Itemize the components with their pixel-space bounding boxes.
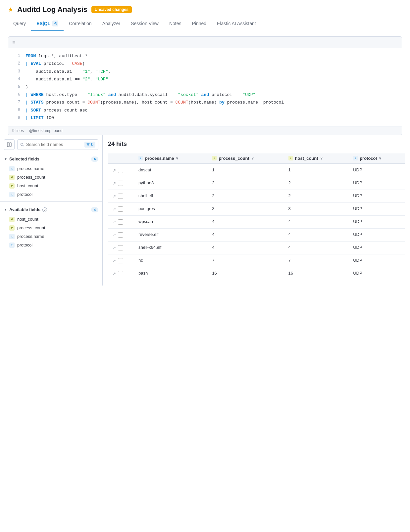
cell-process-count: 4 bbox=[208, 215, 284, 228]
app-title: Auditd Log Analysis bbox=[17, 5, 87, 14]
row-actions-cell: ↗ bbox=[108, 228, 134, 241]
cell-process-count: 7 bbox=[208, 254, 284, 267]
filter-badge[interactable]: 0 bbox=[84, 142, 95, 148]
selected-fields-header[interactable]: ▼ Selected fields 4 bbox=[0, 154, 102, 164]
tab-query[interactable]: Query bbox=[8, 17, 31, 31]
available-field-item[interactable]: t process.name bbox=[0, 232, 102, 241]
line-count-label: 9 lines bbox=[12, 128, 24, 133]
cell-protocol: UDP bbox=[349, 177, 405, 190]
cell-host-count: 1 bbox=[284, 164, 349, 177]
table-header-row: t process.name ∨ # process_count ∨ bbox=[108, 153, 405, 164]
expand-row-button[interactable]: ↗ bbox=[112, 219, 117, 225]
cell-process-name: shell-x64.elf bbox=[134, 241, 208, 254]
code-line-1: 1 FROM logs-*, auditbeat-* bbox=[8, 52, 402, 60]
tab-esql[interactable]: ES|QL ⚗ bbox=[31, 17, 64, 31]
expand-row-button[interactable]: ↗ bbox=[112, 258, 117, 264]
cell-host-count: 7 bbox=[284, 254, 349, 267]
available-field-name: host_count bbox=[17, 217, 38, 222]
col-protocol[interactable]: t protocol ∨ bbox=[349, 153, 405, 164]
available-chevron-icon: ▼ bbox=[4, 208, 7, 211]
row-actions-cell: ↗ bbox=[108, 190, 134, 202]
table-row: ↗ dnscat 1 1 UDP bbox=[108, 164, 405, 177]
cell-process-name: reverse.elf bbox=[134, 228, 208, 241]
row-actions-cell: ↗ bbox=[108, 177, 134, 190]
expand-row-button[interactable]: ↗ bbox=[112, 271, 117, 277]
expand-row-button[interactable]: ↗ bbox=[112, 180, 117, 186]
app-header: ★ Auditd Log Analysis Unsaved changes bbox=[0, 0, 410, 14]
code-line-9: 9 | LIMIT 100 bbox=[8, 114, 402, 122]
timestamp-label: @timestamp found bbox=[29, 128, 63, 133]
cell-protocol: UDP bbox=[349, 190, 405, 202]
unsaved-badge: Unsaved changes bbox=[91, 6, 132, 13]
expand-row-button[interactable]: ↗ bbox=[112, 206, 117, 212]
sort-icon[interactable]: ∨ bbox=[379, 156, 381, 160]
available-field-item[interactable]: t protocol bbox=[0, 241, 102, 249]
available-fields-header[interactable]: ▼ Available fields ? 4 bbox=[0, 204, 102, 215]
row-checkbox[interactable] bbox=[118, 232, 123, 238]
cell-host-count: 4 bbox=[284, 228, 349, 241]
table-row: ↗ shell.elf 2 2 UDP bbox=[108, 190, 405, 202]
results-table: t process.name ∨ # process_count ∨ bbox=[108, 153, 405, 280]
row-checkbox[interactable] bbox=[118, 219, 123, 225]
field-name: protocol bbox=[17, 192, 32, 197]
row-actions-cell: ↗ bbox=[108, 241, 134, 254]
available-field-item[interactable]: # host_count bbox=[0, 215, 102, 224]
row-actions-cell: ↗ bbox=[108, 254, 134, 267]
star-icon[interactable]: ★ bbox=[8, 6, 13, 13]
expand-row-button[interactable]: ↗ bbox=[112, 245, 117, 251]
tab-session-view[interactable]: Session View bbox=[126, 17, 164, 31]
cell-protocol: UDP bbox=[349, 164, 405, 177]
help-icon[interactable]: ? bbox=[42, 207, 47, 212]
row-checkbox[interactable] bbox=[118, 168, 123, 173]
search-box[interactable]: 0 bbox=[17, 139, 98, 150]
col-process-name[interactable]: t process.name ∨ bbox=[134, 153, 208, 164]
row-actions-cell: ↗ bbox=[108, 164, 134, 177]
col-header-label: process_count bbox=[219, 156, 249, 161]
cell-host-count: 2 bbox=[284, 177, 349, 190]
field-type-t-icon: t bbox=[9, 243, 15, 248]
row-checkbox[interactable] bbox=[118, 245, 123, 250]
tab-bar: Query ES|QL ⚗ Correlation Analyzer Sessi… bbox=[0, 17, 410, 31]
row-checkbox[interactable] bbox=[118, 206, 123, 212]
available-field-name: process_count bbox=[17, 225, 45, 230]
field-item[interactable]: t protocol bbox=[0, 190, 102, 199]
svg-rect-1 bbox=[10, 143, 11, 147]
row-checkbox[interactable] bbox=[118, 271, 123, 276]
cell-process-count: 2 bbox=[208, 177, 284, 190]
code-line-2: 2 | EVAL protocol = CASE( bbox=[8, 60, 402, 67]
col-process-count[interactable]: # process_count ∨ bbox=[208, 153, 284, 164]
tab-pinned[interactable]: Pinned bbox=[187, 17, 212, 31]
field-toggle-button[interactable] bbox=[4, 139, 15, 150]
sort-icon[interactable]: ∨ bbox=[176, 156, 178, 160]
available-field-item[interactable]: # process_count bbox=[0, 224, 102, 232]
sort-icon[interactable]: ∨ bbox=[320, 156, 323, 160]
field-item[interactable]: # process_count bbox=[0, 173, 102, 182]
expand-row-button[interactable]: ↗ bbox=[112, 193, 117, 199]
col-header-label: protocol bbox=[360, 156, 377, 161]
row-checkbox[interactable] bbox=[118, 258, 123, 263]
table-row: ↗ reverse.elf 4 4 UDP bbox=[108, 228, 405, 241]
field-item[interactable]: t process.name bbox=[0, 164, 102, 173]
expand-row-button[interactable]: ↗ bbox=[112, 232, 117, 238]
cell-protocol: UDP bbox=[349, 254, 405, 267]
cell-process-count: 16 bbox=[208, 267, 284, 280]
tab-notes[interactable]: Notes bbox=[164, 17, 187, 31]
search-input[interactable] bbox=[26, 142, 82, 147]
tab-elastic-ai[interactable]: Elastic AI Assistant bbox=[212, 17, 261, 31]
cell-protocol: UDP bbox=[349, 202, 405, 215]
field-type-hash-icon: # bbox=[9, 175, 15, 180]
expand-row-button[interactable]: ↗ bbox=[112, 167, 117, 173]
row-actions-cell: ↗ bbox=[108, 215, 134, 228]
cell-protocol: UDP bbox=[349, 241, 405, 254]
tab-analyzer[interactable]: Analyzer bbox=[97, 17, 126, 31]
row-checkbox[interactable] bbox=[118, 181, 123, 186]
row-checkbox[interactable] bbox=[118, 194, 123, 199]
table-row: ↗ postgres 3 3 UDP bbox=[108, 202, 405, 215]
field-item[interactable]: # host_count bbox=[0, 182, 102, 190]
editor-body[interactable]: 1 FROM logs-*, auditbeat-* 2 | EVAL prot… bbox=[8, 48, 402, 126]
sort-icon[interactable]: ∨ bbox=[251, 156, 254, 160]
col-host-count[interactable]: # host_count ∨ bbox=[284, 153, 349, 164]
section-divider bbox=[0, 201, 102, 202]
filter-icon[interactable]: ≡ bbox=[12, 39, 15, 45]
tab-correlation[interactable]: Correlation bbox=[64, 17, 97, 31]
